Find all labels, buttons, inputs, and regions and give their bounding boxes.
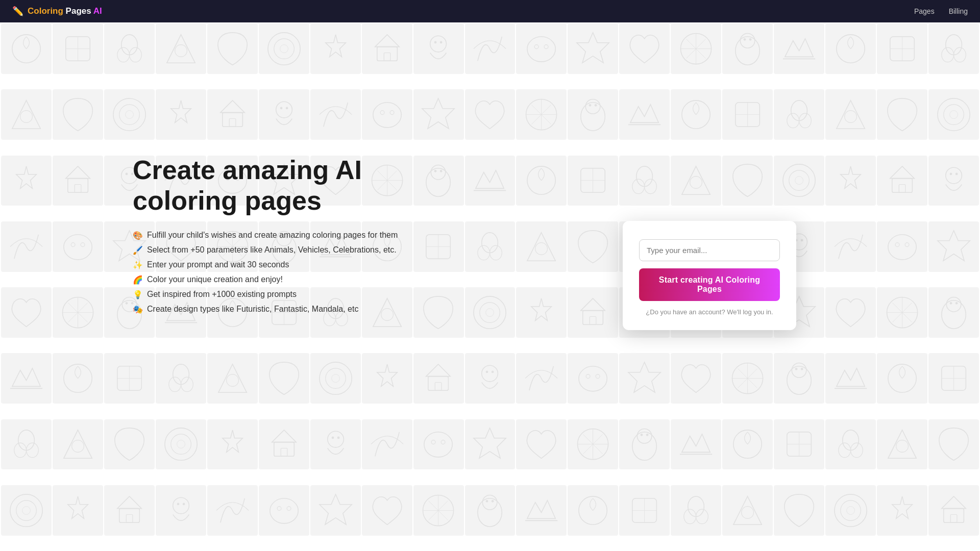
feature-item: 🎨Fulfill your child's wishes and create … [133,231,398,240]
feature-emoji: 🌈 [133,275,143,285]
hero-panel: Create amazing AI coloring pages 🎨Fulfil… [133,155,398,319]
login-hint: ¿Do you have an account? We'll log you i… [639,308,780,316]
logo[interactable]: ✏️ Coloring Pages AI [12,6,102,17]
feature-item: 🖌️Select from +50 parameters like Animal… [133,245,398,255]
feature-text: Color your unique creation and enjoy! [147,275,283,284]
cta-button[interactable]: Start creating AI Coloring Pages [639,268,780,301]
feature-text: Fulfill your child's wishes and create a… [147,231,398,240]
feature-item: 🎭Create design types like Futuristic, Fa… [133,305,398,314]
hero-features: 🎨Fulfill your child's wishes and create … [133,231,398,314]
nav-links: Pages Billing [914,7,968,15]
feature-item: 🌈Color your unique creation and enjoy! [133,275,398,285]
feature-text: Create design types like Futuristic, Fan… [147,305,358,314]
feature-emoji: 💡 [133,290,143,299]
feature-text: Get inspired from +1000 existing prompts [147,290,297,299]
feature-emoji: 🖌️ [133,245,143,255]
feature-emoji: 🎨 [133,231,143,240]
hero-title: Create amazing AI coloring pages [133,155,398,216]
logo-text: Coloring Pages AI [28,6,102,16]
main-content: Create amazing AI coloring pages 🎨Fulfil… [0,22,980,551]
feature-item: ✨Enter your prompt and wait 30 seconds [133,260,398,270]
feature-emoji: ✨ [133,260,143,270]
feature-text: Select from +50 parameters like Animals,… [147,245,397,255]
signup-card: Start creating AI Coloring Pages ¿Do you… [623,221,796,330]
feature-item: 💡Get inspired from +1000 existing prompt… [133,290,398,299]
feature-emoji: 🎭 [133,305,143,314]
logo-icon: ✏️ [12,6,23,17]
nav-pages[interactable]: Pages [914,7,935,15]
email-input[interactable] [639,239,780,261]
nav-billing[interactable]: Billing [949,7,968,15]
navbar: ✏️ Coloring Pages AI Pages Billing [0,0,980,22]
feature-text: Enter your prompt and wait 30 seconds [147,260,289,269]
